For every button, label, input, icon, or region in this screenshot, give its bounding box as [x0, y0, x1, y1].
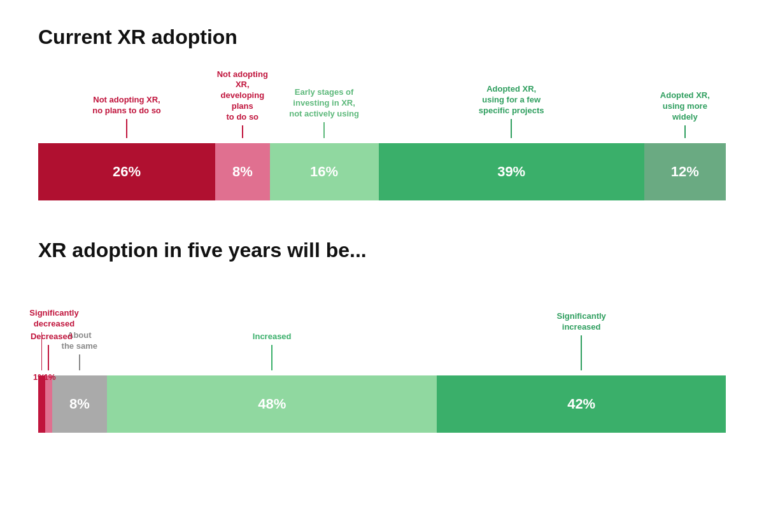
chart1-bars-row: 26%8%16%39%12% [38, 143, 726, 200]
chart1-label-1: Not adopting XR, developing plans to do … [215, 68, 270, 138]
chart1-bar-3: 39% [379, 143, 644, 200]
chart2-label-3: Increased [107, 281, 437, 370]
chart2-bar-0 [38, 375, 45, 433]
chart2-bar-2: 8% [52, 375, 107, 433]
chart2-label-0: Significantly decreased1% [38, 281, 45, 370]
chart2-section: XR adoption in five years will be... Sig… [38, 239, 726, 433]
chart1-label-0: Not adopting XR, no plans to do so [38, 68, 215, 138]
chart2-label-1: Decreased1% [45, 281, 52, 370]
chart1-label-2: Early stages of investing in XR, not act… [270, 68, 379, 138]
chart2-bars-row: 8%48%42% [38, 375, 726, 433]
chart1-bar-4: 12% [644, 143, 726, 200]
chart2-label-4: Significantly increased [437, 281, 726, 370]
chart2-title: XR adoption in five years will be... [38, 239, 726, 262]
chart2-labels-row: Significantly decreased1%Decreased1%Abou… [38, 281, 726, 370]
chart1-label-3: Adopted XR, using for a few specific pro… [379, 68, 644, 138]
chart2-bar-1 [45, 375, 52, 433]
chart1-title: Current XR adoption [38, 25, 726, 49]
chart1-bar-1: 8% [215, 143, 270, 200]
connector-line-0 [126, 119, 127, 138]
chart1-label-4: Adopted XR, using more widely [644, 68, 726, 138]
chart1-section: Current XR adoption Not adopting XR, no … [38, 25, 726, 200]
chart1-labels-row: Not adopting XR, no plans to do soNot ad… [38, 68, 726, 138]
chart1-bar-2: 16% [270, 143, 379, 200]
connector-line-3 [511, 119, 512, 138]
chart2-bar-3: 48% [107, 375, 437, 433]
chart1-bar-0: 26% [38, 143, 215, 200]
chart2-bar-4: 42% [437, 375, 726, 433]
connector-line-4 [684, 125, 686, 138]
connector-line-1 [242, 125, 243, 138]
connector-line-2 [323, 122, 325, 138]
